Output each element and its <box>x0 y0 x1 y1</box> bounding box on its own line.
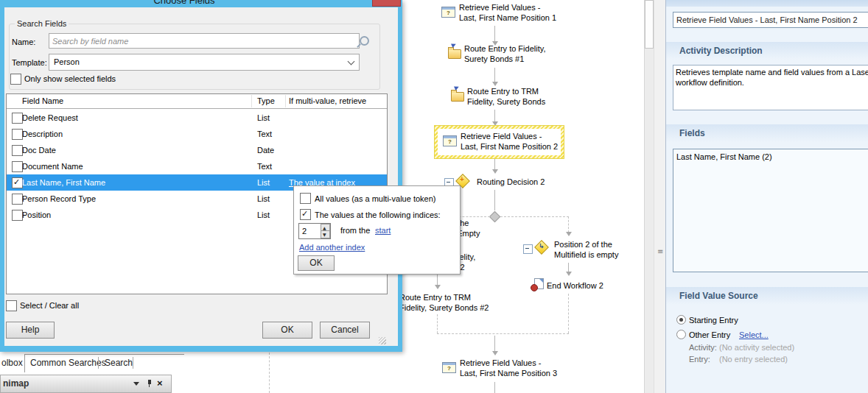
route-folder-icon <box>451 92 464 102</box>
workflow-node-rfv2[interactable]: Retrieve Field Values - Last, First Name… <box>461 131 558 152</box>
row-checkbox[interactable] <box>12 177 23 188</box>
workflow-node-route-trm-2[interactable]: Route Entry to TRM Fidelity, Surety Bond… <box>399 292 489 313</box>
only-selected-checkbox[interactable] <box>10 74 21 85</box>
connector-line <box>494 336 495 352</box>
choose-fields-dialog: Choose Fields Search Fields Name: Templa… <box>0 0 402 352</box>
indices-checkbox[interactable] <box>300 209 311 220</box>
table-row[interactable]: Delete Request List <box>7 110 387 126</box>
cancel-button[interactable]: Cancel <box>320 322 370 339</box>
stepper-down-icon[interactable] <box>321 230 330 238</box>
workflow-node-route-trm[interactable]: Route Entry to TRM Fidelity, Surety Bond… <box>467 86 545 107</box>
row-checkbox[interactable] <box>12 210 23 221</box>
entry-field-value: (No entry selected) <box>719 354 788 364</box>
panel-menu-caret-icon[interactable] <box>133 382 139 386</box>
row-checkbox[interactable] <box>12 145 23 156</box>
connector-arrowhead <box>492 351 498 355</box>
tab-separator <box>133 357 133 369</box>
column-separator <box>251 95 252 107</box>
other-entry-label: Other Entry <box>689 330 730 340</box>
workflow-node-end-workflow[interactable]: End Workflow 2 <box>547 280 603 291</box>
activity-description-header: Activity Description <box>666 42 868 60</box>
dialog-title-bar[interactable]: Choose Fields <box>0 0 402 7</box>
entry-field-label: Entry: <box>689 354 710 364</box>
activity-field-label: Activity: <box>689 342 717 353</box>
row-checkbox[interactable] <box>12 161 23 172</box>
workflow-node-branch-empty[interactable]: Position 2 of the Multifield is empty <box>554 239 618 260</box>
ok-button[interactable]: OK <box>262 322 312 339</box>
select-clear-all-checkbox[interactable] <box>6 300 17 311</box>
fields-list-box[interactable]: Last Name, First Name (2) <box>673 149 868 272</box>
workflow-node-rfv1[interactable]: Retrieve Field Values - Last, First Name… <box>459 2 556 23</box>
tab-toolbox[interactable]: olbox <box>0 354 25 372</box>
template-select[interactable]: Person <box>49 54 360 71</box>
table-row[interactable]: Description Text <box>7 126 387 142</box>
condition-arrow-glyph: ↳ <box>539 242 545 249</box>
template-label: Template: <box>12 57 47 68</box>
minimap-panel-header[interactable]: nimap × <box>0 375 172 393</box>
cell-field-name: Position <box>22 210 51 220</box>
index-stepper[interactable]: 2 <box>298 223 331 239</box>
workflow-designer-window: Retrieve Field Values - Last, First Name… <box>0 0 868 393</box>
template-select-value: Person <box>54 57 80 67</box>
minimap-title: nimap <box>3 378 29 389</box>
cell-field-name: Doc Date <box>22 145 56 155</box>
connector-arrowhead <box>566 232 572 236</box>
row-checkbox[interactable] <box>12 113 23 124</box>
row-checkbox[interactable] <box>12 194 23 205</box>
cell-field-name: Person Record Type <box>22 194 96 204</box>
from-the-label: from the <box>340 225 370 236</box>
connector-arrowhead <box>492 169 498 174</box>
starting-entry-radio[interactable] <box>676 315 686 325</box>
activity-name-input[interactable] <box>673 12 868 28</box>
connector-line <box>494 110 495 122</box>
branch-connector-dashed <box>568 216 569 233</box>
add-another-index-link[interactable]: Add another index <box>299 242 365 252</box>
workflow-node-rfv3[interactable]: Retrieve Field Values - Last, First Name… <box>460 358 557 378</box>
column-header-field-name[interactable]: Field Name <box>22 96 63 106</box>
index-stepper-value: 2 <box>302 226 307 236</box>
field-value-source-header: Field Value Source <box>666 287 868 305</box>
cell-type: List <box>257 177 270 188</box>
merge-connector-dashed <box>437 333 569 334</box>
table-row[interactable]: Document Name Text <box>7 158 387 174</box>
multi-value-index-popup: All values (as a multi-value token) The … <box>293 185 461 275</box>
pin-icon[interactable] <box>146 379 153 388</box>
cell-type: Text <box>257 129 272 139</box>
chevron-down-icon <box>348 58 355 66</box>
start-link[interactable]: start <box>375 225 391 236</box>
search-input[interactable] <box>49 33 360 49</box>
collapse-minus-icon[interactable] <box>523 244 533 254</box>
only-selected-label: Only show selected fields <box>24 74 116 84</box>
column-header-retrieve[interactable]: If multi-value, retrieve <box>289 96 366 106</box>
dialog-title: Choose Fields <box>0 0 368 6</box>
all-values-checkbox[interactable] <box>300 193 311 204</box>
route-arrow-icon <box>454 85 460 91</box>
route-folder-icon <box>448 49 461 59</box>
close-panel-icon[interactable]: × <box>157 378 163 388</box>
other-entry-radio[interactable] <box>676 330 686 339</box>
table-header-row[interactable]: Field Name Type If multi-value, retrieve <box>7 94 387 109</box>
table-row[interactable]: Doc Date Date <box>7 142 387 158</box>
select-entry-link[interactable]: Select... <box>739 330 769 340</box>
activity-field-value: (No activity selected) <box>719 342 794 353</box>
column-header-type[interactable]: Type <box>257 96 275 106</box>
vertical-scrollbar[interactable] <box>644 0 654 393</box>
activity-description-text: Retrieves template name and field values… <box>676 67 868 88</box>
workflow-node-route-fidelity-1[interactable]: Route Entry to Fidelity, Surety Bonds #1 <box>464 43 545 64</box>
fields-list-item[interactable]: Last Name, First Name (2) <box>676 152 772 162</box>
help-button[interactable]: Help <box>6 322 55 339</box>
dialog-body: Search Fields Name: Template: Person Onl… <box>4 7 398 346</box>
indices-label: The values at the following indices: <box>315 210 441 220</box>
workflow-node-routing-decision[interactable]: Routing Decision 2 <box>477 177 545 187</box>
row-checkbox[interactable] <box>12 129 23 140</box>
tab-search[interactable]: Search <box>105 358 133 368</box>
cell-type: List <box>257 210 270 220</box>
retrieve-field-values-icon <box>441 7 455 18</box>
cell-type: List <box>257 194 270 204</box>
activity-description-header-label: Activity Description <box>679 46 763 56</box>
tab-common-searches[interactable]: Common Searches <box>30 358 106 368</box>
resize-grip[interactable] <box>379 337 386 344</box>
close-button[interactable] <box>372 0 401 7</box>
popup-ok-button[interactable]: OK <box>298 255 335 271</box>
scrollbar-thumb[interactable] <box>645 0 654 49</box>
